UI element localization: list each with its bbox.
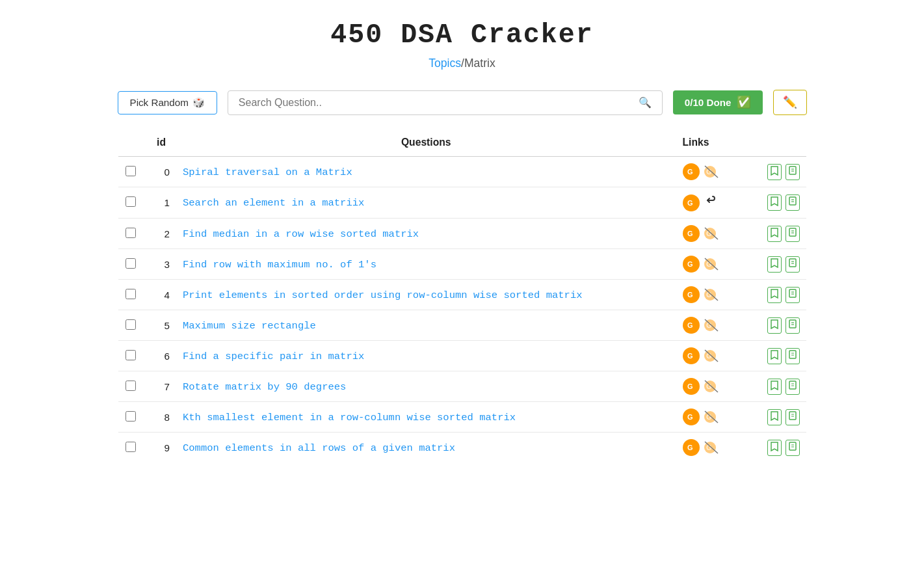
youtube-icon[interactable]: G <box>704 288 719 302</box>
svg-text:G: G <box>687 321 693 329</box>
row-id: 5 <box>144 310 176 341</box>
search-input[interactable] <box>239 97 633 109</box>
questions-table: id Questions Links 0Spiral traversal on … <box>118 128 807 463</box>
question-link[interactable]: Find row with maximum no. of 1's <box>183 259 376 271</box>
bookmark-icon[interactable] <box>767 409 782 425</box>
gfg-icon[interactable]: G <box>683 225 700 242</box>
svg-text:G: G <box>687 413 693 421</box>
youtube-icon[interactable]: G <box>704 257 719 271</box>
note-icon[interactable] <box>785 164 800 180</box>
svg-rect-5 <box>789 167 796 174</box>
youtube-icon[interactable]: G <box>704 349 719 363</box>
youtube-icon[interactable]: G <box>704 410 719 424</box>
row-checkbox[interactable] <box>125 381 136 391</box>
gfg-icon[interactable]: G <box>683 347 700 364</box>
svg-text:G: G <box>687 230 693 237</box>
table-row: 4Print elements in sorted order using ro… <box>118 280 806 310</box>
done-count-label: 0/10 Done <box>685 97 732 108</box>
question-link[interactable]: Kth smallest element in a row-column wis… <box>183 412 516 423</box>
bookmark-icon[interactable] <box>767 164 782 180</box>
dice-icon: 🎲 <box>192 97 205 109</box>
youtube-icon[interactable]: G <box>704 440 719 455</box>
search-icon: 🔍 <box>639 96 652 109</box>
bookmark-icon[interactable] <box>767 348 782 364</box>
table-row: 7Rotate matrix by 90 degrees G G <box>118 371 806 402</box>
row-checkbox[interactable] <box>125 442 136 452</box>
row-checkbox[interactable] <box>125 166 136 176</box>
links-cell: G G <box>683 378 754 395</box>
question-link[interactable]: Maximum size rectangle <box>183 320 316 332</box>
question-link[interactable]: Find median in a row wise sorted matrix <box>183 228 419 240</box>
pick-random-button[interactable]: Pick Random 🎲 <box>118 91 217 114</box>
header-questions: Questions <box>176 129 676 157</box>
note-icon[interactable] <box>785 348 800 364</box>
youtube-icon[interactable]: G <box>704 318 719 332</box>
gfg-icon[interactable]: G <box>683 378 700 395</box>
question-link[interactable]: Spiral traversal on a Matrix <box>183 167 352 178</box>
bookmark-icon[interactable] <box>767 194 782 211</box>
bookmark-icon[interactable] <box>767 256 782 273</box>
bookmark-icon[interactable] <box>767 287 782 303</box>
bookmark-icon[interactable] <box>767 317 782 334</box>
note-icon[interactable] <box>785 256 800 273</box>
row-checkbox[interactable] <box>125 411 136 421</box>
svg-text:G: G <box>687 168 693 176</box>
links-cell: G G <box>683 317 754 334</box>
row-checkbox[interactable] <box>125 228 136 238</box>
header-id: id <box>144 129 176 157</box>
row-id: 7 <box>144 371 176 402</box>
note-icon[interactable] <box>785 409 800 425</box>
table-row: 0Spiral traversal on a Matrix G G <box>118 157 806 187</box>
question-link[interactable]: Find a specific pair in matrix <box>183 351 364 362</box>
gfg-icon[interactable]: G <box>683 317 700 334</box>
svg-rect-18 <box>789 228 796 236</box>
gfg-icon[interactable]: G <box>683 256 700 273</box>
svg-rect-50 <box>789 351 796 358</box>
row-checkbox[interactable] <box>125 350 136 360</box>
svg-rect-34 <box>789 289 796 297</box>
question-link[interactable]: Common elements in all rows of a given m… <box>183 442 455 454</box>
row-checkbox[interactable] <box>125 196 136 207</box>
note-icon[interactable] <box>785 194 800 211</box>
youtube-icon[interactable]: G <box>704 165 719 179</box>
svg-text:G: G <box>687 291 693 299</box>
breadcrumb-topics-link[interactable]: Topics <box>429 57 461 70</box>
row-id: 4 <box>144 280 176 310</box>
svg-rect-74 <box>789 442 796 450</box>
table-row: 9Common elements in all rows of a given … <box>118 433 806 463</box>
svg-rect-26 <box>789 259 796 267</box>
row-checkbox[interactable] <box>125 319 136 330</box>
bookmark-icon[interactable] <box>767 440 782 456</box>
gfg-icon[interactable]: G <box>683 408 700 425</box>
table-row: 6Find a specific pair in matrix G G <box>118 341 806 371</box>
question-link[interactable]: Print elements in sorted order using row… <box>183 289 583 301</box>
question-link[interactable]: Rotate matrix by 90 degrees <box>183 381 346 393</box>
gfg-icon[interactable]: G <box>683 163 700 180</box>
note-icon[interactable] <box>785 440 800 456</box>
action-icons <box>767 317 800 334</box>
svg-text:G: G <box>687 444 693 451</box>
action-icons <box>767 287 800 303</box>
edit-button[interactable]: ✏️ <box>773 90 807 115</box>
row-checkbox[interactable] <box>125 289 136 299</box>
youtube-icon[interactable] <box>704 194 718 211</box>
gfg-icon[interactable]: G <box>683 439 700 456</box>
links-cell: G G <box>683 256 754 273</box>
youtube-icon[interactable]: G <box>704 379 719 394</box>
note-icon[interactable] <box>785 287 800 303</box>
gfg-icon[interactable]: G <box>683 194 700 211</box>
note-icon[interactable] <box>785 379 800 395</box>
question-link[interactable]: Search an element in a matriix <box>183 197 364 209</box>
done-badge: 0/10 Done ✅ <box>673 90 763 114</box>
row-checkbox[interactable] <box>125 258 136 269</box>
edit-icon: ✏️ <box>783 96 797 109</box>
gfg-icon[interactable]: G <box>683 286 700 303</box>
note-icon[interactable] <box>785 317 800 334</box>
bookmark-icon[interactable] <box>767 226 782 242</box>
row-id: 3 <box>144 249 176 280</box>
action-icons <box>767 256 800 273</box>
note-icon[interactable] <box>785 226 800 242</box>
bookmark-icon[interactable] <box>767 379 782 395</box>
svg-text:G: G <box>687 260 693 268</box>
youtube-icon[interactable]: G <box>704 226 719 241</box>
